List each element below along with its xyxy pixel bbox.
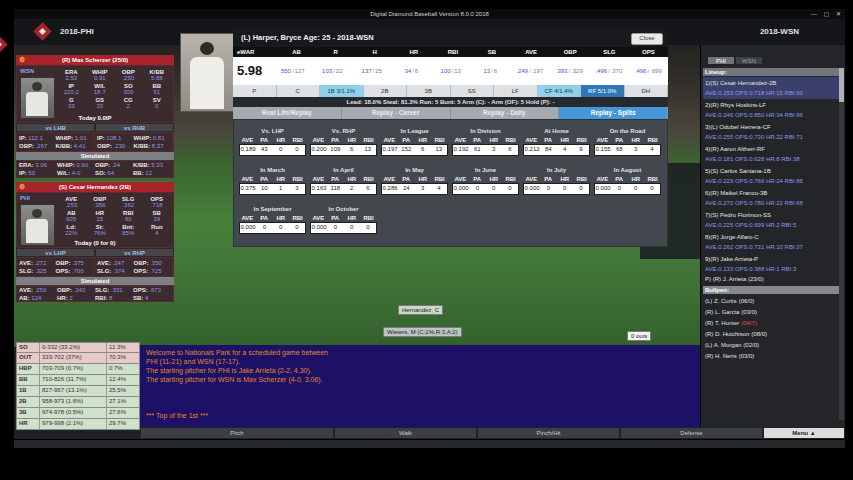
play-by-play-log: Welcome to Nationals Park for a schedule… (140, 345, 700, 427)
lineup-item[interactable]: 3)(L) Odubel Herrera-CF AVE:0.255 OPS:0.… (703, 121, 839, 143)
popup-tab[interactable]: Replay - Splits (559, 107, 668, 119)
roster-tab[interactable]: WSN (735, 56, 763, 65)
bullpen-item[interactable]: (R) T. Hunter(04/7) (703, 318, 839, 329)
split-group: In May AVE PA HR RBI 0.286 24 3 4 (381, 166, 448, 195)
command-button[interactable]: Menu ▲ (763, 427, 845, 439)
catcher-field-label: Wieters, M (C:1%,R:3,A:2) (383, 327, 462, 337)
split-group: In League AVE PA HR RBI 0.197 152 6 13 (381, 127, 448, 156)
lineup-item[interactable]: 4)(R) Aaron Altherr-RF AVE:0.181 OPS:0.6… (703, 143, 839, 165)
maximize-icon[interactable]: ▢ (824, 11, 830, 17)
stat-column-label: AB (277, 47, 316, 57)
kv: BB: 12 (133, 169, 171, 177)
player-photo (180, 33, 235, 112)
pitcher-stat-grid: ERA 2.53 WHIP 0.91 OBP .250 K/BB 5.88 IP… (57, 69, 171, 110)
screen: Digital Diamond Baseball Version 8.0.0 2… (0, 0, 853, 480)
stat-cell: SO 300 (114, 83, 143, 96)
lineup-item[interactable]: 5)(S) Carlos Santana-1B AVE:0.229 OPS:0.… (703, 165, 839, 187)
kv: AB: 124 (19, 294, 57, 302)
popup-tabs: Real Life/ReplayReplay - CareerReplay - … (233, 107, 668, 119)
position-ratings-row: PC1B 3/1.1%2B3BSSLFCF 4/1.4%RF 5/1.0%DH (233, 85, 668, 97)
kv: WHIP: 1.01 (56, 134, 93, 142)
current-pitcher-line[interactable]: P) (R) J. Arrieta (23/0) (705, 276, 764, 282)
stat-cell: HR 15 (86, 210, 115, 223)
kv: OBP: .375 (56, 259, 93, 267)
tab-vs-rhb[interactable]: vs RHB (95, 123, 174, 132)
stat-cell: AB 605 (57, 210, 86, 223)
popup-tab[interactable]: Replay - Daily (451, 107, 560, 119)
kv: SB: 4 (133, 294, 171, 302)
stat-cell: RBI 60 (114, 210, 143, 223)
bullpen-item[interactable]: (L) Z. Curtis(06/0) (703, 296, 839, 307)
kv: WHIP: 0.90 (57, 161, 95, 169)
bullpen-item[interactable]: (R) H. Neris(03/0) (703, 351, 839, 362)
stat-column-label: SLG (590, 47, 629, 57)
lineup-item[interactable]: 8)(R) Jorge Alfaro-C AVE:0.262 OPS:0.731… (703, 231, 839, 253)
stat-cell: IP 220.2 (57, 83, 86, 96)
pitcher-splits: IP: 112.1WHIP: 1.01OBP: .267K/BB: 4.41 I… (16, 132, 174, 152)
position-cell: 3B (407, 85, 451, 97)
batter-simulated-values: AVE: .250OBP: .343SLG: .331OPS: .673AB: … (16, 285, 174, 302)
stat-cell: CG 2 (114, 97, 143, 110)
tab-vs-lhb[interactable]: vs LHB (16, 123, 95, 132)
stat-column-label: AVE (512, 47, 551, 57)
split-group: On the Road AVE PA HR RBI 0.155 68 3 4 (594, 127, 661, 156)
lineup-item[interactable]: 1)(S) Cesar Hernandez-2B AVE:0.253 OPS:0… (703, 77, 839, 99)
stat-value: .496/.699 (629, 57, 669, 85)
stat-cell: K/BB 5.88 (143, 69, 172, 82)
stat-column-label: H (355, 47, 394, 57)
lineup-item[interactable]: 2)(R) Rhys Hoskins-LF AVE:0.246 OPS:0.85… (703, 99, 839, 121)
stat-value: 550/127 (273, 57, 313, 85)
kv: OBP: .230 (97, 142, 134, 150)
stat-value: 100/13 (431, 57, 471, 85)
bullpen-item[interactable]: (R) D. Hutchison(08/0) (703, 329, 839, 340)
bullpen-item[interactable]: (R) L. Garcia(03/0) (703, 307, 839, 318)
kv: OPS: .673 (133, 286, 171, 294)
baserunning-line: Lead: 18.0% Steal: 81.3% Run: 5 Bunt: 5 … (233, 97, 668, 107)
log-line: The starting pitcher for PHI is Jake Arr… (146, 366, 694, 375)
command-button[interactable]: Defense (620, 427, 763, 439)
kv: W/L: 4-0 (57, 169, 95, 177)
minimize-icon[interactable]: — (811, 11, 817, 17)
table-row: OUT 333-702 (37%) 70.3% (16, 353, 140, 364)
close-button[interactable]: Close (631, 33, 663, 45)
position-cell: 1B 3/1.1% (320, 85, 364, 97)
outs-indicator: 0 outs (627, 331, 651, 341)
command-button[interactable]: Pinch/Hit (477, 427, 620, 439)
stat-cell: Run 4 (143, 224, 172, 237)
batter-field-label: Hernandez, C (398, 305, 443, 315)
lineup-item[interactable]: 9)(R) Jake Arrieta-P AVE:0.133 OPS:0.388… (703, 253, 839, 275)
pitcher-split-tabs: vs LHB vs RHB (16, 123, 174, 132)
stat-value: .496/.370 (589, 57, 629, 85)
roster-tabs: PHIWSN (707, 56, 763, 65)
vs-rhp-values: AVE: .247OBP: .350SLG: .374OPS: .725 (95, 258, 173, 276)
position-cell: LF (494, 85, 538, 97)
position-cell: C (277, 85, 321, 97)
window-controls: — ▢ ✕ (806, 9, 841, 19)
lineup-item[interactable]: 6)(R) Maikel Franco-3B AVE:0.270 OPS:0.7… (703, 187, 839, 209)
kv: IP: 112.1 (19, 134, 56, 142)
table-row: 2B 958-973 (1.6%) 27.1% (16, 397, 140, 408)
position-cell: CF 4/1.4% (538, 85, 582, 97)
table-row: BB 710-826 (11.7%) 12.4% (16, 375, 140, 386)
popup-tab[interactable]: Replay - Career (342, 107, 451, 119)
roster-scrollbar[interactable] (839, 68, 844, 420)
stat-column-label: OPS (629, 47, 668, 57)
close-window-icon[interactable]: ✕ (836, 11, 841, 17)
command-button[interactable]: Pitch (140, 427, 334, 439)
gear-icon[interactable]: ⚙ (19, 55, 25, 65)
kv: SLG: .331 (95, 286, 133, 294)
roster-tab[interactable]: PHI (707, 56, 735, 65)
scrollbar-thumb[interactable] (839, 68, 844, 102)
popup-tab[interactable]: Real Life/Replay (233, 107, 342, 119)
splits-panel: Vs. LHP AVE PA HR RBI 0.189 43 0 0 Vs. R… (233, 119, 668, 247)
tab-vs-rhp[interactable]: vs RHP (95, 248, 174, 257)
command-button[interactable]: Walk (334, 427, 477, 439)
bullpen-item[interactable]: (L) A. Morgan(02/0) (703, 340, 839, 351)
pitcher-simulated-values: ERA: 3.06WHIP: 0.90OBP: .24K/BB: 5.33IP:… (16, 160, 174, 178)
log-line: *** Top of the 1st *** (146, 411, 694, 420)
batter-stat-grid: AVE .253 OBP .356 SLG .362 OPS .718 AB 6… (57, 196, 171, 237)
lineup-item[interactable]: 7)(S) Pedro Florimon-SS AVE:0.225 OPS:0.… (703, 209, 839, 231)
gear-icon[interactable]: ⚙ (19, 182, 25, 192)
tab-vs-lhp[interactable]: vs LHP (16, 248, 95, 257)
batter-splits: AVE: .272OBP: .375SLG: .325OPS: .700 AVE… (16, 257, 174, 277)
